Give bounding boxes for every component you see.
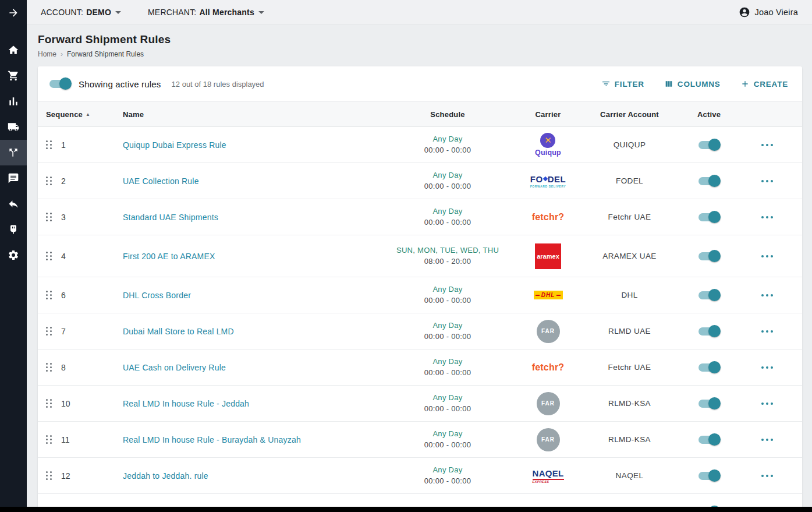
carrier-logo: ✕Quiqup bbox=[515, 133, 581, 157]
schedule-time: 00:00 - 00:00 bbox=[381, 145, 515, 156]
filter-button[interactable]: FILTER bbox=[601, 79, 644, 89]
drag-handle[interactable] bbox=[46, 252, 61, 260]
sidebar-item-analytics[interactable] bbox=[0, 89, 27, 114]
sidebar-item-settings[interactable] bbox=[0, 242, 27, 268]
columns-button[interactable]: COLUMNS bbox=[664, 79, 721, 89]
row-actions-menu[interactable] bbox=[740, 439, 794, 441]
column-header-active[interactable]: Active bbox=[678, 110, 740, 119]
row-active-toggle[interactable] bbox=[698, 291, 719, 300]
row-active-toggle[interactable] bbox=[698, 471, 719, 481]
breadcrumb-home-link[interactable]: Home bbox=[38, 50, 56, 58]
row-actions-menu[interactable] bbox=[740, 366, 794, 369]
carrier-account-value: DHL bbox=[581, 291, 678, 299]
row-actions-menu[interactable] bbox=[740, 330, 794, 333]
schedule-cell: Any Day 00:00 - 00:00 bbox=[381, 429, 515, 451]
row-actions-menu[interactable] bbox=[740, 294, 794, 296]
fodel-logo: FODELFORWARD DELIVERY bbox=[530, 174, 566, 188]
drag-handle[interactable] bbox=[46, 471, 61, 480]
drag-handle[interactable] bbox=[46, 435, 61, 444]
row-actions-menu[interactable] bbox=[740, 402, 794, 405]
drag-handle[interactable] bbox=[46, 291, 61, 299]
aramex-logo: aramex bbox=[535, 243, 561, 269]
row-actions-menu[interactable] bbox=[740, 180, 794, 182]
sequence-value: 4 bbox=[61, 252, 109, 261]
rule-name-link[interactable]: Real LMD In house Rule - Buraydah & Unay… bbox=[109, 435, 381, 444]
create-button[interactable]: CREATE bbox=[740, 79, 788, 89]
breadcrumb-current: Forward Shipment Rules bbox=[67, 50, 144, 58]
far-logo: FAR bbox=[537, 320, 560, 343]
row-active-toggle[interactable] bbox=[698, 435, 719, 444]
carrier-logo: aramex bbox=[515, 243, 581, 269]
active-cell bbox=[678, 399, 740, 408]
schedule-days: Any Day bbox=[381, 206, 515, 217]
row-active-toggle[interactable] bbox=[698, 327, 719, 336]
row-active-toggle[interactable] bbox=[698, 399, 719, 408]
bottom-black-strip bbox=[0, 507, 812, 512]
rule-name-link[interactable]: UAE Collection Rule bbox=[109, 176, 381, 186]
schedule-cell: Any Day 00:00 - 00:00 bbox=[381, 465, 515, 487]
sequence-value: 3 bbox=[61, 213, 109, 222]
active-cell bbox=[678, 327, 740, 336]
chevron-down-icon bbox=[115, 11, 121, 14]
table-row: 3 Standard UAE Shipments Any Day 00:00 -… bbox=[38, 199, 802, 235]
column-header-schedule[interactable]: Schedule bbox=[381, 110, 515, 119]
row-active-toggle[interactable] bbox=[698, 363, 719, 372]
sidebar-item-home[interactable] bbox=[0, 37, 27, 63]
sidebar-item-fleet[interactable] bbox=[0, 114, 27, 140]
drag-handle[interactable] bbox=[46, 176, 61, 185]
rule-name-link[interactable]: Quiqup Dubai Express Rule bbox=[109, 140, 381, 150]
page-title: Forward Shipment Rules bbox=[38, 33, 798, 46]
sequence-value: 10 bbox=[61, 399, 109, 408]
schedule-time: 00:00 - 00:00 bbox=[381, 217, 515, 228]
drag-handle[interactable] bbox=[46, 140, 61, 149]
rule-name-link[interactable]: Jeddah to Jeddah. rule bbox=[109, 471, 381, 481]
rule-name-link[interactable]: First 200 AE to ARAMEX bbox=[109, 252, 381, 261]
drag-handle[interactable] bbox=[46, 363, 61, 372]
row-actions-menu[interactable] bbox=[740, 255, 794, 257]
rule-name-link[interactable]: Dubai Mall Store to Real LMD bbox=[109, 327, 381, 336]
row-active-toggle[interactable] bbox=[698, 252, 719, 261]
row-active-toggle[interactable] bbox=[698, 140, 719, 150]
drag-handle[interactable] bbox=[46, 327, 61, 336]
drag-handle[interactable] bbox=[46, 399, 61, 408]
column-header-name[interactable]: Name bbox=[109, 110, 381, 119]
column-header-carrier[interactable]: Carrier bbox=[515, 110, 581, 119]
far-logo: FAR bbox=[537, 428, 560, 451]
drag-dots-icon bbox=[46, 213, 52, 221]
row-actions-menu[interactable] bbox=[740, 144, 794, 146]
carrier-account-value: NAQEL bbox=[581, 471, 678, 480]
sequence-value: 2 bbox=[61, 176, 109, 186]
row-active-toggle[interactable] bbox=[698, 213, 719, 222]
active-cell bbox=[678, 176, 740, 186]
sidebar-expand-button[interactable] bbox=[0, 0, 27, 26]
row-active-toggle[interactable] bbox=[698, 176, 719, 186]
merchant-label: MERCHANT: bbox=[148, 8, 196, 17]
table-header-row: Sequence ▲ Name Schedule Carrier Carrier… bbox=[38, 101, 802, 127]
rule-name-link[interactable]: DHL Cross Border bbox=[109, 291, 381, 300]
user-menu[interactable]: Joao Vieira bbox=[739, 6, 798, 18]
merchant-dropdown[interactable]: MERCHANT: All Merchants bbox=[148, 8, 264, 17]
row-actions-menu[interactable] bbox=[740, 475, 794, 477]
active-rules-toggle[interactable] bbox=[49, 79, 70, 89]
drag-dots-icon bbox=[46, 399, 52, 408]
drag-handle[interactable] bbox=[46, 213, 61, 221]
sidebar-item-devices[interactable] bbox=[0, 217, 27, 242]
sidebar-item-shipment-rules[interactable] bbox=[0, 140, 27, 165]
sidebar-item-returns[interactable] bbox=[0, 191, 27, 217]
cart-icon bbox=[8, 70, 19, 82]
row-actions-menu[interactable] bbox=[740, 216, 794, 218]
column-header-carrier-account[interactable]: Carrier Account bbox=[581, 110, 678, 119]
account-value: DEMO bbox=[86, 8, 111, 17]
rule-name-link[interactable]: Standard UAE Shipments bbox=[109, 213, 381, 222]
rule-name-link[interactable]: Real LMD In house Rule - Jeddah bbox=[109, 399, 381, 408]
carrier-logo: FAR bbox=[515, 320, 581, 343]
sequence-value: 1 bbox=[61, 140, 109, 150]
column-header-sequence[interactable]: Sequence ▲ bbox=[46, 110, 109, 119]
active-cell bbox=[678, 435, 740, 444]
rule-name-link[interactable]: UAE Cash on Delivery Rule bbox=[109, 363, 381, 372]
drag-dots-icon bbox=[46, 471, 52, 480]
sidebar-item-orders[interactable] bbox=[0, 63, 27, 89]
sidebar-item-messages[interactable] bbox=[0, 165, 27, 191]
schedule-time: 00:00 - 00:00 bbox=[381, 331, 515, 342]
account-dropdown[interactable]: ACCOUNT: DEMO bbox=[41, 8, 121, 17]
